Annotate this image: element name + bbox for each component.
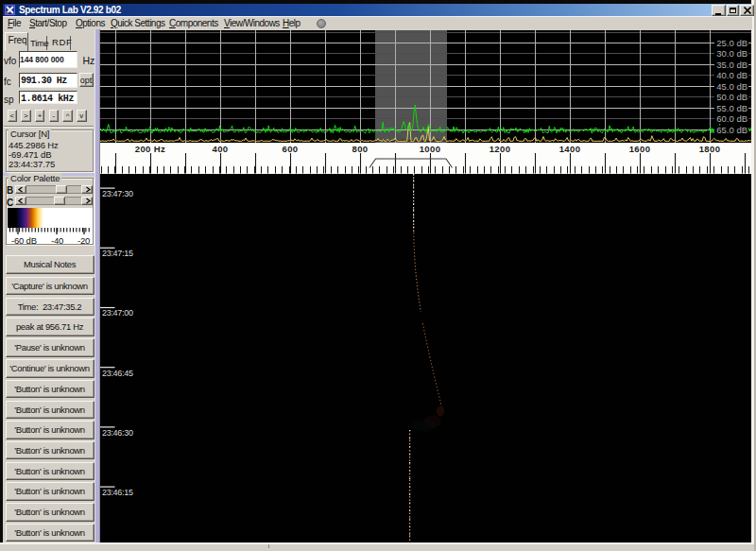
svg-text:23:46:15: 23:46:15 — [102, 488, 133, 497]
svg-text:30.0 dB: 30.0 dB — [716, 48, 747, 59]
svg-text:1200: 1200 — [490, 144, 511, 154]
svg-text:50.0 dB: 50.0 dB — [716, 92, 747, 102]
svg-text:60.0 dB: 60.0 dB — [716, 113, 747, 124]
svg-text:1800: 1800 — [699, 144, 721, 154]
svg-text:40.0 dB: 40.0 dB — [716, 70, 747, 80]
svg-text:23:46:45: 23:46:45 — [102, 369, 133, 378]
svg-text:200 Hz: 200 Hz — [135, 144, 166, 154]
svg-text:1600: 1600 — [629, 144, 651, 154]
svg-text:23:47:15: 23:47:15 — [102, 249, 133, 258]
svg-text:35.0 dB: 35.0 dB — [716, 60, 747, 70]
svg-text:23:46:30: 23:46:30 — [102, 428, 133, 438]
svg-text:400: 400 — [212, 144, 228, 154]
svg-text:65.0 dB: 65.0 dB — [716, 125, 747, 135]
svg-text:55.0 dB: 55.0 dB — [716, 103, 747, 113]
svg-text:25.0 dB: 25.0 dB — [716, 38, 747, 48]
svg-text:1000: 1000 — [420, 144, 441, 154]
svg-text:600: 600 — [282, 144, 298, 154]
svg-text:45.0 dB: 45.0 dB — [716, 81, 747, 92]
svg-text:1400: 1400 — [559, 144, 581, 154]
svg-text:23:47:30: 23:47:30 — [102, 189, 133, 198]
svg-text:800: 800 — [352, 144, 368, 154]
svg-text:23:47:00: 23:47:00 — [102, 308, 133, 318]
